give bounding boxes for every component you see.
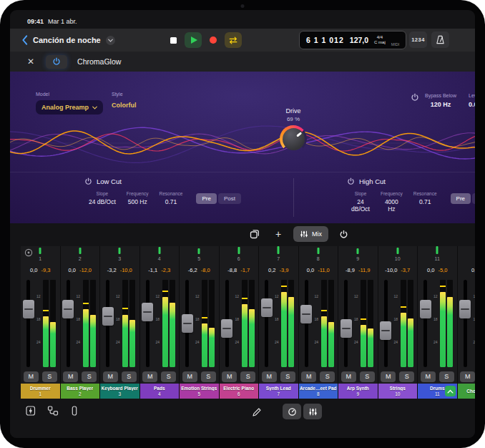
solo-button[interactable]: S (320, 371, 335, 382)
record-button[interactable] (205, 32, 222, 48)
mute-button[interactable]: M (381, 371, 396, 382)
fader-handle[interactable] (182, 314, 193, 333)
track-label[interactable]: Chorus V (458, 384, 476, 399)
drive-knob[interactable] (280, 125, 307, 152)
mute-button[interactable]: M (460, 371, 475, 382)
frequency-value[interactable]: 500 Hz (127, 198, 149, 205)
song-title[interactable]: Canción de noche (33, 36, 101, 44)
solo-button[interactable]: S (82, 371, 97, 382)
fader-handle[interactable] (261, 298, 273, 317)
fader-handle[interactable] (300, 305, 312, 323)
screen: 09:41 Mar 1 abr. Canción de noche (10, 10, 475, 438)
solo-button[interactable]: S (399, 371, 414, 382)
fader-handle[interactable] (23, 300, 34, 318)
metronome-button[interactable] (431, 31, 449, 48)
song-menu-button[interactable] (106, 36, 115, 45)
mixer-power-button[interactable] (335, 226, 352, 242)
track-label[interactable]: Pads4 (140, 384, 180, 399)
narrow-strips-button[interactable] (69, 406, 80, 416)
track-label[interactable]: Electric Piano6 (220, 384, 259, 399)
mute-button[interactable]: M (222, 371, 237, 382)
close-plugin-button[interactable]: ✕ (27, 57, 34, 67)
fader-handle[interactable] (341, 319, 352, 338)
peak-value: -11,9 (358, 267, 371, 273)
track-label[interactable]: Drummer1 (21, 384, 60, 399)
fader-handle[interactable] (62, 300, 74, 318)
level-value[interactable]: 0.0 (469, 101, 475, 108)
pre-button[interactable]: Pre (451, 193, 471, 204)
slope-value[interactable]: 24 dB/Oct (351, 198, 370, 213)
track-label[interactable]: Synth Lead7 (259, 384, 298, 399)
pre-button[interactable]: Pre (196, 193, 216, 204)
cycle-icon (228, 36, 238, 44)
solo-button[interactable]: S (439, 371, 454, 382)
channel-strip: 4-1,1-2,3121824MSPads4 (140, 246, 180, 399)
chevron-up-icon[interactable] (445, 386, 456, 396)
play-button[interactable] (185, 32, 202, 48)
solo-button[interactable]: S (280, 371, 295, 382)
resonance-value[interactable]: 0.71 (413, 198, 437, 205)
track-label[interactable]: Arcade…eet Pad8 (299, 384, 338, 399)
fader-handle[interactable] (459, 300, 471, 318)
mute-button[interactable]: M (63, 371, 78, 382)
style-selector[interactable]: Colorful (112, 102, 137, 109)
count-in-button[interactable]: 1234 (409, 31, 427, 48)
back-button[interactable] (21, 35, 28, 45)
edit-button[interactable] (252, 407, 262, 417)
fader-handle[interactable] (102, 307, 114, 326)
resonance-value[interactable]: 0.71 (160, 198, 183, 205)
high-cut-power-icon[interactable] (347, 177, 355, 185)
lcd-display[interactable]: 6 1 1 012 127,0 4/4 C maj MIDI (299, 31, 406, 49)
layers-button[interactable] (246, 226, 263, 242)
post-button[interactable]: Post (218, 193, 241, 204)
routing-button[interactable] (47, 406, 59, 416)
add-track-button[interactable]: + (270, 226, 287, 242)
mini-meter: 4 (140, 246, 180, 262)
slope-value[interactable]: 24 dB/Oct (89, 198, 116, 205)
fader-handle[interactable] (380, 321, 391, 340)
track-label[interactable]: Drums11 (418, 384, 457, 399)
peak-value: -1,7 (240, 267, 250, 273)
mute-button[interactable]: M (182, 371, 197, 382)
mute-button[interactable]: M (341, 371, 356, 382)
solo-button[interactable]: S (360, 371, 375, 382)
fader-handle[interactable] (142, 303, 153, 321)
bypass-below-label: Bypass Below (425, 93, 456, 98)
fader-handle[interactable] (420, 300, 431, 318)
fader-handle[interactable] (221, 319, 232, 338)
solo-button[interactable]: S (240, 371, 255, 382)
solo-button[interactable]: S (122, 371, 137, 382)
strip-components-button[interactable] (26, 406, 37, 416)
cycle-button[interactable] (225, 32, 242, 48)
stop-button[interactable] (165, 32, 182, 48)
solo-button[interactable]: S (201, 371, 216, 382)
mute-button[interactable]: M (142, 371, 157, 382)
solo-button[interactable]: S (161, 371, 176, 382)
mix-button-label: Mix (312, 230, 322, 238)
mute-button[interactable]: M (103, 371, 118, 382)
track-label[interactable]: Bass Player2 (61, 384, 100, 399)
mute-button[interactable]: M (24, 371, 39, 382)
mixer-view-button[interactable] (303, 404, 322, 419)
bypass-power-icon[interactable] (411, 93, 419, 102)
mix-button[interactable]: Mix (293, 226, 328, 242)
controls-view-button[interactable] (283, 404, 301, 419)
track-label[interactable]: Strings10 (378, 384, 418, 399)
frequency-value[interactable]: 4000 Hz (381, 198, 403, 213)
track-label[interactable]: Emotion Strings5 (180, 384, 219, 399)
mute-button[interactable]: M (262, 371, 277, 382)
mute-button[interactable]: M (301, 371, 316, 382)
track-label[interactable]: Arp Synth9 (338, 384, 378, 399)
mute-button[interactable]: M (421, 371, 436, 382)
channel-strips: 10,0-9,3121824MSDrummer120,0-12,0121824M… (21, 246, 475, 399)
solo-button[interactable]: S (42, 371, 57, 382)
track-label[interactable]: Keyboard Player3 (100, 384, 139, 399)
bypass-below-value[interactable]: 120 Hz (431, 101, 451, 108)
mixer-icon (300, 230, 308, 238)
meter-options-button[interactable] (24, 248, 33, 257)
plugin-power-button[interactable] (46, 55, 67, 69)
low-cut-power-icon[interactable] (84, 177, 92, 185)
pencil-icon (252, 407, 262, 417)
plus-icon: + (275, 229, 281, 239)
post-button[interactable]: Post (472, 193, 475, 204)
